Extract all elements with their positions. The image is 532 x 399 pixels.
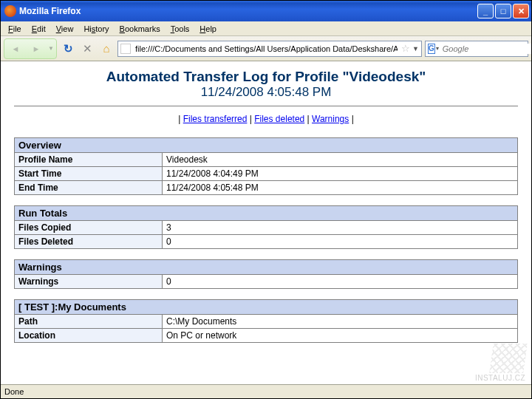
run-totals-heading: Run Totals [15, 206, 518, 221]
menu-tools[interactable]: Tools [166, 23, 194, 35]
run-totals-table: Run Totals Files Copied3 Files Deleted0 [14, 205, 518, 249]
browser-content: Automated Transfer Log for Profile "Vide… [1, 61, 531, 384]
minimize-button[interactable]: _ [477, 4, 494, 18]
link-files-transferred[interactable]: Files transferred [183, 114, 248, 124]
row-label: Location [15, 329, 163, 343]
row-value: 3 [163, 221, 518, 235]
menu-help[interactable]: Help [195, 23, 221, 35]
url-dropdown-icon[interactable]: ▼ [412, 45, 419, 52]
link-files-deleted[interactable]: Files deleted [254, 114, 304, 124]
report-links-row: | Files transferred | Files deleted | Wa… [14, 114, 518, 124]
url-input[interactable] [134, 44, 399, 54]
row-label: Files Deleted [15, 235, 163, 249]
menu-view[interactable]: View [52, 23, 78, 35]
row-value: On PC or network [163, 329, 518, 343]
row-label: Files Copied [15, 221, 163, 235]
row-label: End Time [15, 181, 163, 195]
warnings-heading: Warnings [15, 260, 518, 275]
back-button[interactable]: ◄ [5, 40, 26, 58]
firefox-icon [4, 5, 16, 17]
window-titlebar: Mozilla Firefox _ □ ✕ [1, 1, 531, 21]
status-text: Done [4, 387, 24, 396]
page-identity-icon [120, 44, 131, 54]
maximize-button[interactable]: □ [495, 4, 511, 18]
menu-bookmarks[interactable]: Bookmarks [115, 23, 165, 35]
nav-button-group: ◄ ► ▼ [4, 38, 57, 59]
row-label: Profile Name [15, 153, 163, 167]
menu-edit[interactable]: Edit [27, 23, 50, 35]
home-button[interactable]: ⌂ [98, 41, 115, 57]
bookmark-star-icon[interactable]: ☆ [401, 43, 410, 54]
test-heading: [ TEST ]:My Documents [15, 300, 518, 315]
search-input[interactable] [441, 44, 532, 54]
row-value: Videodesk [163, 153, 518, 167]
nav-history-dropdown[interactable]: ▼ [47, 40, 55, 58]
row-value: C:\My Documents [163, 315, 518, 329]
search-engine-icon[interactable]: G [428, 44, 435, 54]
search-bar[interactable]: G ▾ 🔍 [425, 41, 528, 57]
url-bar[interactable]: ☆ ▼ [117, 41, 422, 57]
menu-bar: File Edit View History Bookmarks Tools H… [1, 21, 531, 36]
watermark: INSTALUJ.CZ [475, 344, 525, 382]
status-bar: Done [1, 384, 531, 398]
close-button[interactable]: ✕ [513, 4, 529, 18]
row-value: 11/24/2008 4:05:48 PM [163, 181, 518, 195]
search-engine-dropdown[interactable]: ▾ [436, 45, 439, 52]
navigation-toolbar: ◄ ► ▼ ↻ ✕ ⌂ ☆ ▼ G ▾ 🔍 [1, 36, 531, 61]
reload-button[interactable]: ↻ [60, 41, 76, 57]
watermark-logo-icon [489, 344, 528, 373]
menu-file[interactable]: File [4, 23, 26, 35]
menu-history[interactable]: History [79, 23, 113, 35]
row-value: 0 [163, 275, 518, 289]
window-title: Mozilla Firefox [19, 6, 477, 16]
report-subtitle: 11/24/2008 4:05:48 PM [14, 85, 518, 100]
row-label: Warnings [15, 275, 163, 289]
watermark-text: INSTALUJ.CZ [475, 374, 525, 382]
divider [14, 106, 518, 106]
row-label: Start Time [15, 167, 163, 181]
report-title: Automated Transfer Log for Profile "Vide… [14, 69, 518, 85]
row-value: 0 [163, 235, 518, 249]
row-value: 11/24/2008 4:04:49 PM [163, 167, 518, 181]
test-table: [ TEST ]:My Documents PathC:\My Document… [14, 299, 518, 343]
stop-button[interactable]: ✕ [79, 41, 95, 57]
overview-table: Overview Profile NameVideodesk Start Tim… [14, 137, 518, 195]
row-label: Path [15, 315, 163, 329]
overview-heading: Overview [15, 138, 518, 153]
warnings-table: Warnings Warnings0 [14, 259, 518, 289]
link-warnings[interactable]: Warnings [312, 114, 349, 124]
forward-button[interactable]: ► [26, 40, 47, 58]
